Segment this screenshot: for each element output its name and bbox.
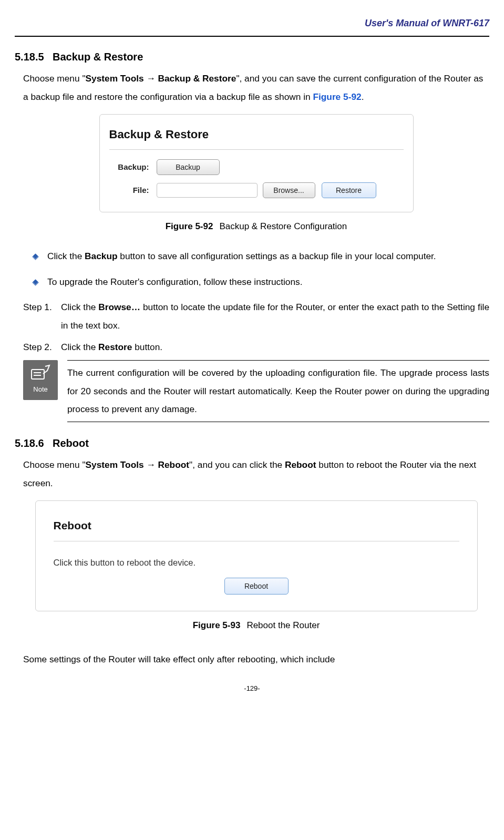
section-number: 5.18.5 [15, 46, 53, 67]
reboot-message: Click this button to reboot the device. [54, 554, 459, 571]
panel-separator [109, 149, 404, 150]
section-number: 5.18.6 [15, 433, 53, 454]
note-block: Note The current configuration will be c… [23, 360, 489, 422]
diamond-bullet-icon [23, 273, 47, 291]
panel-title: Backup & Restore [109, 123, 404, 146]
backup-restore-panel: Backup & Restore Backup: Backup File: Br… [99, 114, 414, 212]
section-title: Reboot [53, 437, 89, 449]
step-2: Step 2. Click the Restore button. [23, 338, 489, 356]
reboot-button[interactable]: Reboot [224, 578, 289, 595]
figure-93-caption: Figure 5-93Reboot the Router [23, 617, 489, 634]
header-rule [15, 36, 489, 37]
figure-92-caption: Figure 5-92Backup & Restore Configuratio… [23, 218, 489, 235]
reboot-panel: Reboot Click this button to reboot the d… [35, 500, 478, 611]
page-header-title: User's Manual of WNRT-617 [15, 14, 489, 33]
backup-button[interactable]: Backup [157, 159, 220, 175]
step-1: Step 1. Click the Browse… button to loca… [23, 298, 489, 334]
page-number: -129- [15, 682, 489, 695]
note-text: The current configuration will be covere… [67, 364, 489, 418]
section-title: Backup & Restore [53, 51, 143, 63]
panel-separator [54, 541, 459, 541]
file-path-input[interactable] [157, 183, 258, 198]
figure-ref-5-92: Figure 5-92 [313, 91, 361, 102]
section-heading-backup-restore: 5.18.5Backup & Restore [15, 46, 489, 67]
section2-intro: Choose menu "System Tools → Reboot", and… [23, 456, 489, 492]
note-bottom-rule [67, 422, 489, 422]
svg-rect-0 [32, 370, 44, 379]
diamond-bullet-icon [23, 247, 47, 265]
restore-button[interactable]: Restore [322, 182, 376, 198]
note-label: Note [33, 383, 47, 396]
trailing-text: Some settings of the Router will take ef… [23, 650, 489, 669]
note-icon: Note [23, 360, 58, 400]
section1-intro: Choose menu "System Tools → Backup & Res… [23, 69, 489, 106]
bullet-upgrade: To upgrade the Router's configuration, f… [23, 273, 489, 291]
file-label: File: [109, 182, 149, 198]
browse-button[interactable]: Browse... [263, 182, 315, 198]
section-heading-reboot: 5.18.6Reboot [15, 433, 489, 454]
backup-label: Backup: [109, 159, 149, 175]
note-top-rule [67, 360, 489, 361]
panel-title: Reboot [54, 515, 459, 537]
bullet-backup: Click the Backup button to save all conf… [23, 247, 489, 265]
